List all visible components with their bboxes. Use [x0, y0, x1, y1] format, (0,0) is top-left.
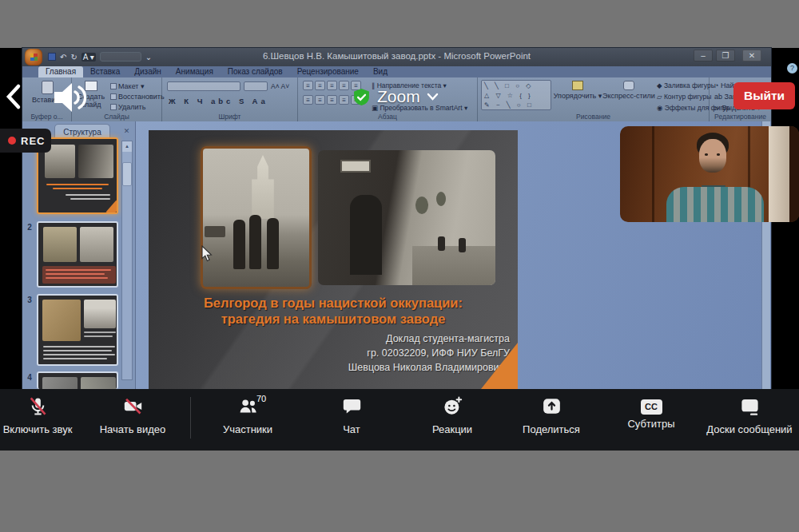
zoom-app-name: Zoom [377, 87, 420, 106]
share-screen-button[interactable]: Поделиться [499, 395, 603, 435]
qat-more-icon[interactable]: ⌄ [145, 53, 152, 62]
truck-shape [205, 226, 225, 237]
panel-scrollbar[interactable]: ▲ [121, 141, 133, 380]
font-name-box[interactable] [167, 81, 240, 91]
chat-icon [341, 395, 363, 417]
delete-icon [110, 104, 117, 110]
office-logo-icon [30, 54, 38, 61]
thumb2-caption-line2 [46, 273, 105, 275]
maximize-button[interactable]: ❐ [716, 50, 735, 62]
tab-vid[interactable]: Вид [366, 66, 395, 77]
slide-thumbnail-3[interactable] [37, 294, 118, 366]
tab-retsenzirovanie[interactable]: Рецензирование [290, 66, 366, 77]
help-icon[interactable]: ? [787, 63, 797, 73]
undo-icon[interactable]: ↶ [60, 53, 66, 62]
tab-vstavka[interactable]: Вставка [83, 66, 127, 77]
delete-button[interactable]: Удалить [110, 103, 145, 111]
thumb1-sub-bar2 [70, 198, 110, 200]
quick-access-toolbar: ↶ ↻ A ▾ ⌄ [48, 50, 152, 63]
reset-button[interactable]: Восстановить [110, 93, 165, 101]
tab-glavnaya[interactable]: Главная [38, 66, 83, 77]
thumb1-sub-bar [66, 194, 110, 196]
start-video-button[interactable]: Начать видео [81, 395, 185, 435]
redo-icon[interactable]: ↻ [70, 53, 77, 62]
editing-group-label: Редактирование [710, 113, 771, 121]
tab-animatsiya[interactable]: Анимация [169, 66, 221, 77]
thumb1-title-bar2 [53, 188, 102, 189]
whiteboards-button[interactable]: Доски сообщений [698, 395, 799, 435]
shape-fill-button[interactable]: ◆ Заливка фигуры [657, 81, 716, 89]
thumb3-house-photo [84, 300, 116, 328]
drawing-group-label: Рисование [478, 113, 709, 121]
participants-button[interactable]: 70 Участники [196, 395, 300, 435]
slide-number-3: 3 [25, 296, 34, 304]
rec-badge: REC [0, 129, 51, 153]
cc-icon: CC [641, 399, 662, 415]
tab-dizayn[interactable]: Дизайн [127, 66, 169, 77]
grow-shrink-font-buttons[interactable]: A˄ A˅ [271, 82, 289, 90]
thumb1-photo-right [78, 145, 113, 178]
rider-figure [459, 238, 466, 252]
slide-number-2: 2 [25, 223, 34, 232]
soldier-figure [249, 215, 261, 269]
slide-thumbnail-2[interactable] [37, 221, 118, 288]
thumb1-title-bar [46, 184, 109, 185]
ribbon-tab-row: Главная Вставка Дизайн Анимация Показ сл… [22, 66, 771, 77]
font-style-buttons[interactable]: Ж К Ч abc S Aa [169, 97, 268, 105]
rec-label: REC [21, 135, 45, 147]
shapes-gallery[interactable]: ╲ ╲ □ ○ ◇ △ ▽ ☆ { } ✎ ~ ╲ ○ □ [481, 80, 551, 110]
street-sign-shape [340, 160, 371, 173]
captions-button[interactable]: CC Субтитры [599, 395, 703, 430]
mouse-cursor [201, 245, 213, 265]
thumb4-photo-left [42, 377, 78, 389]
speaker-icon[interactable] [50, 77, 89, 118]
chat-button[interactable]: Чат [300, 395, 403, 435]
share-icon [541, 395, 562, 417]
leave-button[interactable]: Выйти [733, 82, 795, 109]
person-shirt [666, 187, 764, 222]
back-chevron-icon[interactable] [4, 83, 23, 110]
thumb2-caption-line1 [46, 269, 111, 271]
shape-outline-button[interactable]: ▱ Контур фигуры [657, 93, 711, 101]
participants-icon [237, 395, 259, 417]
zoom-toolbar: Включить звук Начать видео [0, 389, 799, 451]
slide-thumbnail-4[interactable] [37, 371, 118, 389]
person-eye [705, 153, 708, 156]
zoom-meeting-stage: 6.Шевцов Н.В. Камышитовый завод.pptx - M… [0, 48, 799, 451]
arrange-button[interactable]: Упорядочить ▾ [553, 81, 602, 100]
scroll-up-icon[interactable]: ▲ [122, 141, 132, 152]
door-panel-line [652, 126, 654, 222]
street-ground [412, 246, 495, 285]
participants-count: 70 [256, 394, 266, 403]
tab-pokaz-slaydov[interactable]: Показ слайдов [221, 66, 290, 77]
qat-field[interactable] [100, 52, 141, 62]
slide-subtitle: Доклад студента-магистра гр. 02032209, И… [157, 332, 510, 375]
recording-dot-icon [8, 137, 16, 145]
layout-button[interactable]: Макет ▾ [110, 82, 145, 90]
save-icon[interactable] [48, 53, 56, 61]
font-color-icon[interactable]: A ▾ [81, 53, 96, 62]
minimize-button[interactable]: – [694, 50, 713, 62]
church-shape [244, 155, 281, 219]
letterbox-bottom [0, 451, 799, 532]
unmute-button[interactable]: Включить звук [0, 395, 89, 435]
thumb2-photo-right [80, 227, 113, 262]
shield-check-icon [352, 88, 371, 106]
curtain [769, 126, 789, 222]
thumb3-caption2 [84, 335, 113, 337]
font-size-box[interactable] [244, 81, 268, 91]
quick-styles-button[interactable]: Экспресс-стили [602, 81, 655, 100]
person-eye [717, 153, 720, 156]
reactions-button[interactable]: Реакции [400, 395, 504, 435]
zoom-indicator[interactable]: Zoom [352, 82, 439, 111]
scrollbar-thumb[interactable] [122, 162, 132, 186]
person-face [699, 139, 726, 173]
tree-shape [436, 192, 446, 206]
thumb3-caption1 [84, 332, 116, 333]
thumb2-caption-line3 [46, 277, 108, 279]
panel-close-icon[interactable]: ✕ [121, 126, 132, 137]
reactions-icon [442, 395, 463, 417]
close-button[interactable]: ✕ [742, 50, 761, 62]
office-button[interactable] [25, 49, 42, 66]
webcam-video[interactable] [620, 126, 799, 222]
